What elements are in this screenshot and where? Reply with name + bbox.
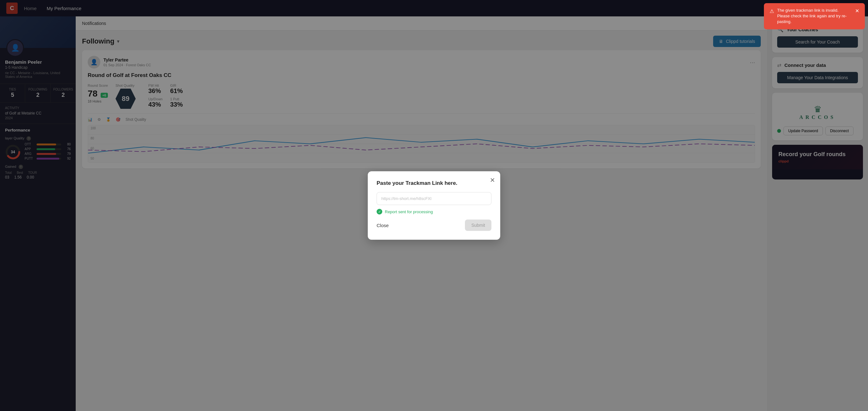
modal-close-button[interactable]: ✕ (490, 176, 495, 184)
toast-close-button[interactable]: ✕ (855, 7, 859, 14)
modal-submit-button[interactable]: Submit (465, 220, 491, 231)
success-check-icon: ✓ (377, 209, 382, 215)
trackman-modal: Paste your Trackman Link here. ✕ ✓ Repor… (368, 171, 500, 240)
modal-overlay: Paste your Trackman Link here. ✕ ✓ Repor… (0, 0, 868, 411)
modal-actions: Close Submit (377, 220, 491, 231)
toast-message: The given trackman link is invalid. Plea… (777, 7, 852, 25)
modal-close-label-button[interactable]: Close (377, 223, 389, 228)
modal-success-message: ✓ Report sent for processing (377, 209, 491, 215)
error-toast: ⚠ The given trackman link is invalid. Pl… (764, 3, 865, 29)
success-text: Report sent for processing (385, 210, 433, 214)
toast-warning-icon: ⚠ (770, 8, 774, 15)
trackman-link-input[interactable] (377, 192, 491, 205)
modal-title: Paste your Trackman Link here. (377, 180, 491, 186)
